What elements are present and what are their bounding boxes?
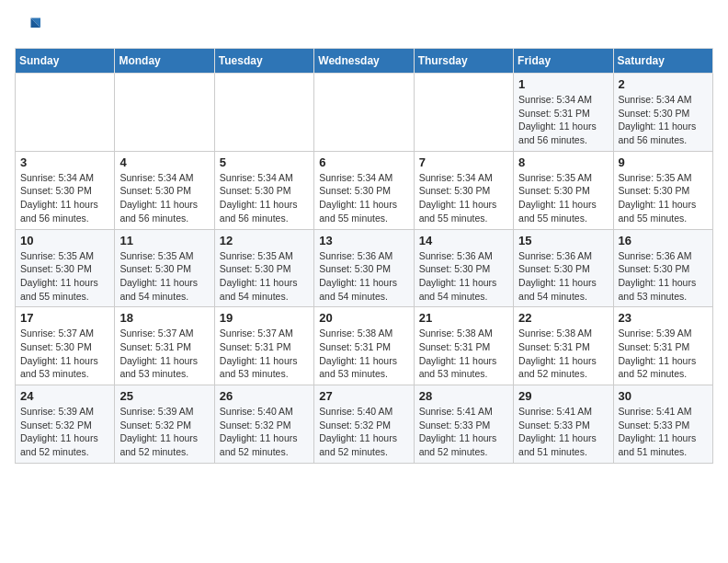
- day-header-thursday: Thursday: [414, 49, 513, 74]
- day-info: Sunrise: 5:36 AM Sunset: 5:30 PM Dayligh…: [319, 249, 408, 304]
- day-number: 17: [20, 311, 109, 325]
- calendar-cell: 26Sunrise: 5:40 AM Sunset: 5:32 PM Dayli…: [214, 385, 313, 464]
- day-number: 30: [619, 389, 708, 403]
- calendar-table: SundayMondayTuesdayWednesdayThursdayFrid…: [15, 48, 713, 464]
- day-number: 23: [619, 311, 708, 325]
- day-info: Sunrise: 5:38 AM Sunset: 5:31 PM Dayligh…: [419, 327, 508, 381]
- day-header-sunday: Sunday: [16, 49, 115, 74]
- day-number: 8: [518, 155, 608, 169]
- calendar-cell: 19Sunrise: 5:37 AM Sunset: 5:31 PM Dayli…: [214, 307, 313, 385]
- day-number: 22: [518, 311, 608, 325]
- calendar-cell: 6Sunrise: 5:34 AM Sunset: 5:30 PM Daylig…: [314, 151, 414, 229]
- calendar-cell: 30Sunrise: 5:41 AM Sunset: 5:33 PM Dayli…: [613, 385, 712, 464]
- day-info: Sunrise: 5:34 AM Sunset: 5:30 PM Dayligh…: [419, 171, 508, 225]
- calendar-cell: 1Sunrise: 5:34 AM Sunset: 5:31 PM Daylig…: [514, 74, 613, 152]
- page-header: [15, 15, 713, 40]
- day-info: Sunrise: 5:34 AM Sunset: 5:30 PM Dayligh…: [119, 171, 209, 225]
- day-info: Sunrise: 5:39 AM Sunset: 5:31 PM Dayligh…: [619, 327, 708, 381]
- day-info: Sunrise: 5:41 AM Sunset: 5:33 PM Dayligh…: [619, 405, 708, 459]
- day-info: Sunrise: 5:39 AM Sunset: 5:32 PM Dayligh…: [119, 405, 209, 459]
- calendar-cell: 3Sunrise: 5:34 AM Sunset: 5:30 PM Daylig…: [16, 151, 115, 229]
- calendar-cell: 25Sunrise: 5:39 AM Sunset: 5:32 PM Dayli…: [115, 385, 214, 464]
- day-number: 4: [119, 155, 209, 169]
- day-number: 10: [20, 234, 109, 247]
- calendar-cell: 15Sunrise: 5:36 AM Sunset: 5:30 PM Dayli…: [514, 229, 613, 307]
- day-header-monday: Monday: [115, 49, 214, 74]
- day-number: 26: [220, 389, 309, 403]
- day-info: Sunrise: 5:34 AM Sunset: 5:30 PM Dayligh…: [319, 171, 408, 225]
- calendar-cell: 2Sunrise: 5:34 AM Sunset: 5:30 PM Daylig…: [613, 74, 712, 152]
- day-info: Sunrise: 5:36 AM Sunset: 5:30 PM Dayligh…: [419, 249, 508, 304]
- day-number: 27: [319, 389, 408, 403]
- day-info: Sunrise: 5:34 AM Sunset: 5:31 PM Dayligh…: [518, 93, 608, 147]
- calendar-cell: 7Sunrise: 5:34 AM Sunset: 5:30 PM Daylig…: [414, 151, 513, 229]
- day-info: Sunrise: 5:41 AM Sunset: 5:33 PM Dayligh…: [518, 405, 608, 459]
- calendar-week-5: 24Sunrise: 5:39 AM Sunset: 5:32 PM Dayli…: [16, 385, 713, 464]
- day-info: Sunrise: 5:35 AM Sunset: 5:30 PM Dayligh…: [619, 171, 708, 225]
- logo-icon: [15, 15, 40, 40]
- calendar-cell: [314, 74, 414, 152]
- day-number: 16: [619, 234, 708, 247]
- calendar-week-3: 10Sunrise: 5:35 AM Sunset: 5:30 PM Dayli…: [16, 229, 713, 307]
- calendar-week-1: 1Sunrise: 5:34 AM Sunset: 5:31 PM Daylig…: [16, 74, 713, 152]
- day-header-tuesday: Tuesday: [214, 49, 313, 74]
- day-info: Sunrise: 5:34 AM Sunset: 5:30 PM Dayligh…: [220, 171, 309, 225]
- day-number: 25: [119, 389, 209, 403]
- calendar-cell: 12Sunrise: 5:35 AM Sunset: 5:30 PM Dayli…: [214, 229, 313, 307]
- calendar-cell: 8Sunrise: 5:35 AM Sunset: 5:30 PM Daylig…: [514, 151, 613, 229]
- calendar-cell: [214, 74, 313, 152]
- day-info: Sunrise: 5:35 AM Sunset: 5:30 PM Dayligh…: [119, 249, 209, 304]
- calendar-cell: [414, 74, 513, 152]
- day-info: Sunrise: 5:34 AM Sunset: 5:30 PM Dayligh…: [20, 171, 109, 225]
- calendar-cell: 4Sunrise: 5:34 AM Sunset: 5:30 PM Daylig…: [115, 151, 214, 229]
- day-info: Sunrise: 5:40 AM Sunset: 5:32 PM Dayligh…: [220, 405, 309, 459]
- calendar-cell: 23Sunrise: 5:39 AM Sunset: 5:31 PM Dayli…: [613, 307, 712, 385]
- day-number: 11: [119, 234, 209, 247]
- calendar-cell: 16Sunrise: 5:36 AM Sunset: 5:30 PM Dayli…: [613, 229, 712, 307]
- day-number: 15: [518, 234, 608, 247]
- day-info: Sunrise: 5:37 AM Sunset: 5:30 PM Dayligh…: [20, 327, 109, 381]
- day-number: 5: [220, 155, 309, 169]
- calendar-cell: 10Sunrise: 5:35 AM Sunset: 5:30 PM Dayli…: [16, 229, 115, 307]
- calendar-cell: 18Sunrise: 5:37 AM Sunset: 5:31 PM Dayli…: [115, 307, 214, 385]
- day-number: 28: [419, 389, 508, 403]
- calendar-cell: 5Sunrise: 5:34 AM Sunset: 5:30 PM Daylig…: [214, 151, 313, 229]
- day-number: 1: [518, 77, 608, 91]
- day-number: 21: [419, 311, 508, 325]
- day-info: Sunrise: 5:36 AM Sunset: 5:30 PM Dayligh…: [518, 249, 608, 304]
- day-number: 13: [319, 234, 408, 247]
- calendar-cell: [115, 74, 214, 152]
- day-number: 14: [419, 234, 508, 247]
- day-info: Sunrise: 5:35 AM Sunset: 5:30 PM Dayligh…: [518, 171, 608, 225]
- calendar-header: SundayMondayTuesdayWednesdayThursdayFrid…: [16, 49, 713, 74]
- day-header-row: SundayMondayTuesdayWednesdayThursdayFrid…: [16, 49, 713, 74]
- calendar-cell: 21Sunrise: 5:38 AM Sunset: 5:31 PM Dayli…: [414, 307, 513, 385]
- day-header-saturday: Saturday: [613, 49, 712, 74]
- calendar-cell: 20Sunrise: 5:38 AM Sunset: 5:31 PM Dayli…: [314, 307, 414, 385]
- day-info: Sunrise: 5:37 AM Sunset: 5:31 PM Dayligh…: [220, 327, 309, 381]
- day-header-wednesday: Wednesday: [314, 49, 414, 74]
- day-info: Sunrise: 5:41 AM Sunset: 5:33 PM Dayligh…: [419, 405, 508, 459]
- day-number: 20: [319, 311, 408, 325]
- logo: [15, 15, 44, 40]
- calendar-cell: 9Sunrise: 5:35 AM Sunset: 5:30 PM Daylig…: [613, 151, 712, 229]
- day-number: 9: [619, 155, 708, 169]
- day-info: Sunrise: 5:40 AM Sunset: 5:32 PM Dayligh…: [319, 405, 408, 459]
- day-number: 29: [518, 389, 608, 403]
- day-info: Sunrise: 5:38 AM Sunset: 5:31 PM Dayligh…: [518, 327, 608, 381]
- day-number: 7: [419, 155, 508, 169]
- day-number: 3: [20, 155, 109, 169]
- day-number: 2: [619, 77, 708, 91]
- calendar-cell: 27Sunrise: 5:40 AM Sunset: 5:32 PM Dayli…: [314, 385, 414, 464]
- calendar-body: 1Sunrise: 5:34 AM Sunset: 5:31 PM Daylig…: [16, 74, 713, 464]
- calendar-cell: [16, 74, 115, 152]
- day-number: 12: [220, 234, 309, 247]
- day-header-friday: Friday: [514, 49, 613, 74]
- calendar-cell: 24Sunrise: 5:39 AM Sunset: 5:32 PM Dayli…: [16, 385, 115, 464]
- day-info: Sunrise: 5:37 AM Sunset: 5:31 PM Dayligh…: [119, 327, 209, 381]
- calendar-cell: 22Sunrise: 5:38 AM Sunset: 5:31 PM Dayli…: [514, 307, 613, 385]
- day-number: 6: [319, 155, 408, 169]
- day-info: Sunrise: 5:35 AM Sunset: 5:30 PM Dayligh…: [20, 249, 109, 304]
- calendar-week-2: 3Sunrise: 5:34 AM Sunset: 5:30 PM Daylig…: [16, 151, 713, 229]
- calendar-cell: 11Sunrise: 5:35 AM Sunset: 5:30 PM Dayli…: [115, 229, 214, 307]
